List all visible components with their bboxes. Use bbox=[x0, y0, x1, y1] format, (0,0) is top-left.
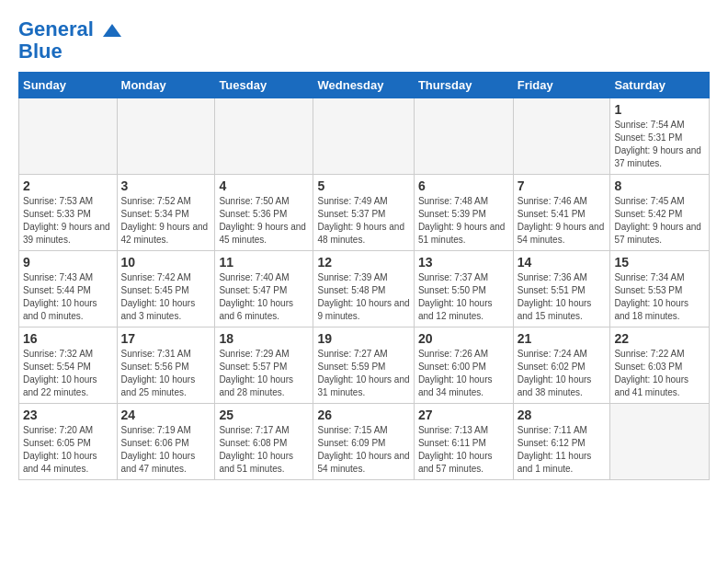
calendar-cell: 2Sunrise: 7:53 AM Sunset: 5:33 PM Daylig… bbox=[19, 175, 118, 251]
logo-text: General bbox=[18, 18, 121, 40]
day-info: Sunrise: 7:13 AM Sunset: 6:11 PM Dayligh… bbox=[418, 424, 509, 476]
day-number: 15 bbox=[614, 255, 705, 270]
day-info: Sunrise: 7:40 AM Sunset: 5:47 PM Dayligh… bbox=[219, 271, 309, 323]
day-info: Sunrise: 7:54 AM Sunset: 5:31 PM Dayligh… bbox=[614, 119, 705, 170]
col-header-friday: Friday bbox=[513, 73, 610, 98]
calendar-cell: 14Sunrise: 7:36 AM Sunset: 5:51 PM Dayli… bbox=[513, 251, 610, 327]
calendar-cell bbox=[117, 98, 215, 175]
day-number: 23 bbox=[23, 408, 113, 422]
calendar-cell: 3Sunrise: 7:52 AM Sunset: 5:34 PM Daylig… bbox=[117, 175, 215, 251]
day-number: 8 bbox=[614, 178, 705, 193]
day-number: 14 bbox=[518, 255, 607, 270]
day-number: 2 bbox=[23, 178, 113, 193]
week-row-3: 16Sunrise: 7:32 AM Sunset: 5:54 PM Dayli… bbox=[19, 327, 710, 404]
day-number: 26 bbox=[317, 408, 409, 422]
calendar-cell: 22Sunrise: 7:22 AM Sunset: 6:03 PM Dayli… bbox=[610, 327, 710, 404]
col-header-saturday: Saturday bbox=[610, 73, 710, 98]
calendar-cell bbox=[610, 404, 710, 480]
calendar-cell: 10Sunrise: 7:42 AM Sunset: 5:45 PM Dayli… bbox=[117, 251, 215, 327]
day-number: 16 bbox=[23, 331, 113, 346]
day-number: 20 bbox=[418, 331, 509, 346]
day-info: Sunrise: 7:24 AM Sunset: 6:02 PM Dayligh… bbox=[518, 348, 607, 399]
day-info: Sunrise: 7:22 AM Sunset: 6:03 PM Dayligh… bbox=[614, 348, 705, 399]
day-info: Sunrise: 7:39 AM Sunset: 5:48 PM Dayligh… bbox=[317, 271, 409, 323]
page-header: General Blue bbox=[18, 18, 710, 63]
day-number: 9 bbox=[23, 255, 113, 270]
day-info: Sunrise: 7:32 AM Sunset: 5:54 PM Dayligh… bbox=[23, 348, 113, 399]
day-number: 18 bbox=[219, 331, 309, 346]
svg-marker-0 bbox=[103, 24, 121, 37]
day-info: Sunrise: 7:49 AM Sunset: 5:37 PM Dayligh… bbox=[317, 195, 409, 247]
day-info: Sunrise: 7:36 AM Sunset: 5:51 PM Dayligh… bbox=[518, 271, 607, 323]
day-info: Sunrise: 7:11 AM Sunset: 6:12 PM Dayligh… bbox=[518, 424, 607, 476]
day-number: 10 bbox=[121, 255, 211, 270]
day-info: Sunrise: 7:46 AM Sunset: 5:41 PM Dayligh… bbox=[518, 195, 607, 247]
calendar-cell bbox=[513, 98, 610, 175]
week-row-0: 1Sunrise: 7:54 AM Sunset: 5:31 PM Daylig… bbox=[19, 98, 710, 175]
day-number: 12 bbox=[317, 255, 409, 270]
day-info: Sunrise: 7:15 AM Sunset: 6:09 PM Dayligh… bbox=[317, 424, 409, 476]
calendar-table: SundayMondayTuesdayWednesdayThursdayFrid… bbox=[18, 72, 710, 480]
calendar-cell: 25Sunrise: 7:17 AM Sunset: 6:08 PM Dayli… bbox=[215, 404, 313, 480]
calendar-cell: 16Sunrise: 7:32 AM Sunset: 5:54 PM Dayli… bbox=[19, 327, 118, 404]
calendar-cell: 5Sunrise: 7:49 AM Sunset: 5:37 PM Daylig… bbox=[313, 175, 414, 251]
calendar-cell: 18Sunrise: 7:29 AM Sunset: 5:57 PM Dayli… bbox=[215, 327, 313, 404]
calendar-cell: 4Sunrise: 7:50 AM Sunset: 5:36 PM Daylig… bbox=[215, 175, 313, 251]
calendar-cell: 12Sunrise: 7:39 AM Sunset: 5:48 PM Dayli… bbox=[313, 251, 414, 327]
calendar-cell: 20Sunrise: 7:26 AM Sunset: 6:00 PM Dayli… bbox=[414, 327, 513, 404]
day-info: Sunrise: 7:52 AM Sunset: 5:34 PM Dayligh… bbox=[121, 195, 211, 247]
day-info: Sunrise: 7:50 AM Sunset: 5:36 PM Dayligh… bbox=[219, 195, 309, 247]
calendar-page: General Blue SundayMondayTuesdayWednesda… bbox=[0, 0, 728, 499]
col-header-monday: Monday bbox=[117, 73, 215, 98]
day-number: 5 bbox=[317, 178, 409, 193]
day-number: 17 bbox=[121, 331, 211, 346]
day-info: Sunrise: 7:53 AM Sunset: 5:33 PM Dayligh… bbox=[23, 195, 113, 247]
logo: General Blue bbox=[18, 18, 121, 63]
calendar-cell: 21Sunrise: 7:24 AM Sunset: 6:02 PM Dayli… bbox=[513, 327, 610, 404]
day-info: Sunrise: 7:29 AM Sunset: 5:57 PM Dayligh… bbox=[219, 348, 309, 399]
col-header-sunday: Sunday bbox=[19, 73, 118, 98]
calendar-cell bbox=[19, 98, 118, 175]
day-number: 1 bbox=[614, 102, 705, 117]
day-number: 25 bbox=[219, 408, 309, 422]
week-row-1: 2Sunrise: 7:53 AM Sunset: 5:33 PM Daylig… bbox=[19, 175, 710, 251]
day-number: 28 bbox=[518, 408, 607, 422]
day-info: Sunrise: 7:34 AM Sunset: 5:53 PM Dayligh… bbox=[614, 271, 705, 323]
header-row: SundayMondayTuesdayWednesdayThursdayFrid… bbox=[19, 73, 710, 98]
calendar-cell: 19Sunrise: 7:27 AM Sunset: 5:59 PM Dayli… bbox=[313, 327, 414, 404]
day-number: 13 bbox=[418, 255, 509, 270]
calendar-cell: 15Sunrise: 7:34 AM Sunset: 5:53 PM Dayli… bbox=[610, 251, 710, 327]
logo-arrow-icon bbox=[101, 20, 121, 40]
col-header-tuesday: Tuesday bbox=[215, 73, 313, 98]
calendar-cell: 13Sunrise: 7:37 AM Sunset: 5:50 PM Dayli… bbox=[414, 251, 513, 327]
calendar-cell bbox=[215, 98, 313, 175]
logo-blue: Blue bbox=[18, 40, 121, 63]
day-info: Sunrise: 7:26 AM Sunset: 6:00 PM Dayligh… bbox=[418, 348, 509, 399]
week-row-4: 23Sunrise: 7:20 AM Sunset: 6:05 PM Dayli… bbox=[19, 404, 710, 480]
day-number: 24 bbox=[121, 408, 211, 422]
day-info: Sunrise: 7:43 AM Sunset: 5:44 PM Dayligh… bbox=[23, 271, 113, 323]
day-info: Sunrise: 7:19 AM Sunset: 6:06 PM Dayligh… bbox=[121, 424, 211, 476]
week-row-2: 9Sunrise: 7:43 AM Sunset: 5:44 PM Daylig… bbox=[19, 251, 710, 327]
day-number: 7 bbox=[518, 178, 607, 193]
calendar-cell: 26Sunrise: 7:15 AM Sunset: 6:09 PM Dayli… bbox=[313, 404, 414, 480]
calendar-cell: 9Sunrise: 7:43 AM Sunset: 5:44 PM Daylig… bbox=[19, 251, 118, 327]
day-number: 4 bbox=[219, 178, 309, 193]
calendar-cell: 8Sunrise: 7:45 AM Sunset: 5:42 PM Daylig… bbox=[610, 175, 710, 251]
day-info: Sunrise: 7:20 AM Sunset: 6:05 PM Dayligh… bbox=[23, 424, 113, 476]
day-info: Sunrise: 7:27 AM Sunset: 5:59 PM Dayligh… bbox=[317, 348, 409, 399]
day-info: Sunrise: 7:17 AM Sunset: 6:08 PM Dayligh… bbox=[219, 424, 309, 476]
calendar-cell: 27Sunrise: 7:13 AM Sunset: 6:11 PM Dayli… bbox=[414, 404, 513, 480]
calendar-cell: 23Sunrise: 7:20 AM Sunset: 6:05 PM Dayli… bbox=[19, 404, 118, 480]
day-info: Sunrise: 7:48 AM Sunset: 5:39 PM Dayligh… bbox=[418, 195, 509, 247]
calendar-cell: 1Sunrise: 7:54 AM Sunset: 5:31 PM Daylig… bbox=[610, 98, 710, 175]
calendar-cell: 7Sunrise: 7:46 AM Sunset: 5:41 PM Daylig… bbox=[513, 175, 610, 251]
day-number: 19 bbox=[317, 331, 409, 346]
calendar-cell: 28Sunrise: 7:11 AM Sunset: 6:12 PM Dayli… bbox=[513, 404, 610, 480]
day-number: 3 bbox=[121, 178, 211, 193]
logo-general: General bbox=[18, 17, 94, 40]
day-number: 11 bbox=[219, 255, 309, 270]
day-number: 22 bbox=[614, 331, 705, 346]
day-info: Sunrise: 7:42 AM Sunset: 5:45 PM Dayligh… bbox=[121, 271, 211, 323]
day-number: 6 bbox=[418, 178, 509, 193]
